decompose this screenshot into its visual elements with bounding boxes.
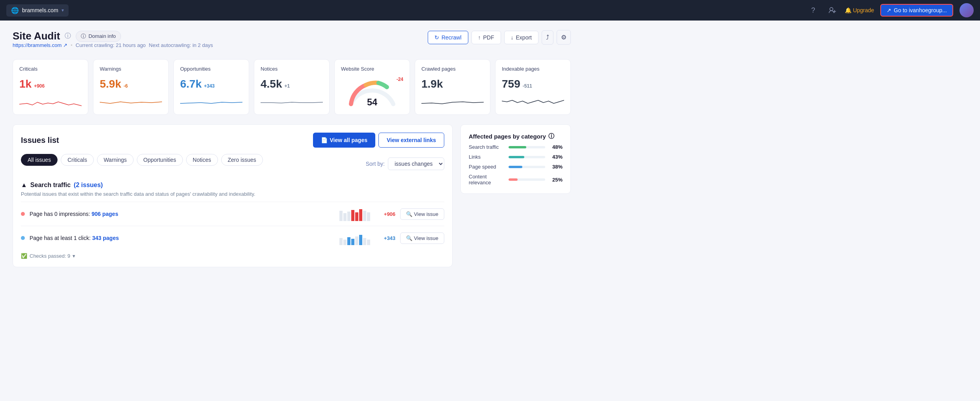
affected-info-icon: ⓘ (548, 133, 554, 140)
metric-value: 759 (502, 78, 520, 90)
metric-delta: +1 (285, 83, 290, 89)
pdf-button[interactable]: ↑ PDF (471, 31, 501, 44)
site-url-link[interactable]: https://brammels.com ↗ (13, 42, 67, 48)
tab-warnings[interactable]: Warnings (97, 154, 134, 166)
affected-title-text: Affected pages by category (469, 133, 546, 140)
issue-group-search-traffic[interactable]: ▲ Search traffic (2 issues) (21, 182, 444, 189)
next-crawl: Next autocrawling: in 2 days (149, 42, 213, 48)
view-issue-label-2: View issue (414, 235, 438, 241)
issue-text-2: Page has at least 1 click: 343 pages (30, 235, 335, 241)
go-to-button[interactable]: ↗ Go to ivanhoegroup... (880, 4, 953, 17)
help-icon[interactable]: ⓘ (65, 32, 71, 40)
check-circle-icon: ✅ (21, 253, 27, 259)
issue-pages-link[interactable]: 906 pages (91, 211, 118, 217)
issue-sparkline-1 (339, 207, 371, 221)
recrawl-button[interactable]: ↻ Recrawl (428, 31, 468, 44)
notices-sparkline (261, 96, 323, 108)
add-user-button[interactable] (826, 4, 838, 17)
affected-row-search-traffic: Search traffic 48% (469, 144, 563, 150)
metric-value: 1k (19, 78, 32, 90)
affected-label: Content relevance (469, 174, 505, 186)
help-button[interactable]: ? (807, 4, 820, 17)
metric-card-criticals[interactable]: Criticals 1k +906 (13, 59, 88, 115)
svg-rect-3 (343, 213, 347, 221)
filter-sort-row: All issues Criticals Warnings Opportunit… (21, 154, 444, 174)
svg-rect-5 (351, 210, 354, 221)
issue-indicator-red (21, 212, 25, 216)
share-button[interactable]: ⤴ (542, 30, 553, 45)
upgrade-label: Upgrade (853, 7, 874, 13)
avatar[interactable] (960, 3, 974, 17)
metric-card-indexable-pages[interactable]: Indexable pages 759 -511 (495, 59, 571, 115)
upgrade-button[interactable]: 🔔 Upgrade (845, 7, 874, 13)
svg-rect-2 (339, 211, 343, 221)
svg-point-0 (830, 7, 833, 11)
domain-info-label: Domain info (88, 33, 116, 39)
gear-icon: ⚙ (561, 34, 566, 41)
metric-card-crawled-pages[interactable]: Crawled pages 1.9k (415, 59, 490, 115)
export-label: Export (516, 34, 532, 41)
view-issue-button-1[interactable]: 🔍 View issue (400, 208, 444, 220)
issue-pages-link-2[interactable]: 343 pages (92, 235, 119, 241)
issue-group-desc: Potential issues that exist within the s… (21, 191, 444, 197)
tab-criticals[interactable]: Criticals (61, 154, 94, 166)
view-issue-button-2[interactable]: 🔍 View issue (400, 232, 444, 244)
main-content: Site Audit ⓘ ⓘ Domain info https://bramm… (0, 21, 583, 277)
metric-value-row: 1.9k (421, 78, 484, 90)
affected-pct: 25% (548, 177, 563, 183)
indexable-sparkline (502, 96, 564, 108)
view-all-pages-button[interactable]: 📄 View all pages (313, 133, 375, 148)
title-row: Site Audit ⓘ ⓘ Domain info (13, 30, 213, 42)
progress-fill (509, 178, 518, 181)
issue-sparkline-2 (339, 231, 371, 245)
metric-card-notices[interactable]: Notices 4.5k +1 (254, 59, 330, 115)
metric-card-warnings[interactable]: Warnings 5.9k -6 (93, 59, 169, 115)
settings-button[interactable]: ⚙ (557, 30, 571, 45)
metric-value-row: 6.7k +343 (180, 78, 242, 90)
affected-card: Affected pages by category ⓘ Search traf… (460, 124, 571, 194)
metric-card-opportunities[interactable]: Opportunities 6.7k +343 (173, 59, 249, 115)
domain-info-button[interactable]: ⓘ Domain info (76, 31, 121, 42)
nav-right: ? 🔔 Upgrade ↗ Go to ivanhoegroup... (807, 3, 974, 17)
criticals-sparkline (19, 96, 82, 108)
header-actions: ↻ Recrawl ↑ PDF ↓ Export ⤴ ⚙ (428, 30, 571, 45)
checks-chevron: ▾ (73, 253, 75, 259)
affected-row-content-relevance: Content relevance 25% (469, 174, 563, 186)
globe-icon: 🌐 (11, 7, 19, 14)
progress-fill (509, 166, 522, 168)
affected-pct: 48% (548, 144, 563, 150)
issue-text: Page has 0 impressions: 906 pages (30, 211, 335, 217)
page-header: Site Audit ⓘ ⓘ Domain info https://bramm… (13, 30, 571, 56)
metric-value-row: 1k +906 (19, 78, 82, 90)
metric-delta: +906 (34, 83, 45, 89)
svg-rect-14 (355, 236, 358, 245)
view-ext-label: View external links (387, 137, 436, 143)
avatar-image (960, 3, 974, 17)
tab-notices[interactable]: Notices (186, 154, 218, 166)
crawled-sparkline (421, 96, 484, 108)
domain-selector[interactable]: 🌐 brammels.com ▾ (6, 4, 69, 17)
pages-icon: 📄 (321, 137, 328, 143)
metric-label: Indexable pages (502, 66, 564, 72)
main-layout: Issues list 📄 View all pages View extern… (13, 124, 571, 267)
external-link-icon: ↗ (887, 7, 891, 13)
metric-label: Opportunities (180, 66, 242, 72)
affected-label: Page speed (469, 164, 505, 170)
checks-row[interactable]: ✅ Checks passed: 9 ▾ (21, 253, 444, 259)
group-title: Search traffic (30, 182, 71, 189)
opportunities-sparkline (180, 96, 242, 108)
chevron-down-icon: ▾ (61, 7, 64, 13)
export-button[interactable]: ↓ Export (504, 31, 538, 44)
tab-all-issues[interactable]: All issues (21, 154, 58, 166)
tab-zero-issues[interactable]: Zero issues (221, 154, 263, 166)
metric-label: Criticals (19, 66, 82, 72)
sort-row: Sort by: issues changes severity (366, 157, 444, 170)
filter-tabs: All issues Criticals Warnings Opportunit… (21, 154, 263, 166)
page-meta: https://brammels.com ↗ • Current crawlin… (13, 42, 213, 48)
progress-bar (509, 178, 545, 181)
metric-card-website-score[interactable]: Website Score 54 -24 (334, 59, 410, 115)
metric-value: 1.9k (421, 78, 443, 90)
sort-select[interactable]: issues changes severity (388, 157, 444, 170)
tab-opportunities[interactable]: Opportunities (137, 154, 183, 166)
view-external-links-button[interactable]: View external links (378, 133, 444, 148)
